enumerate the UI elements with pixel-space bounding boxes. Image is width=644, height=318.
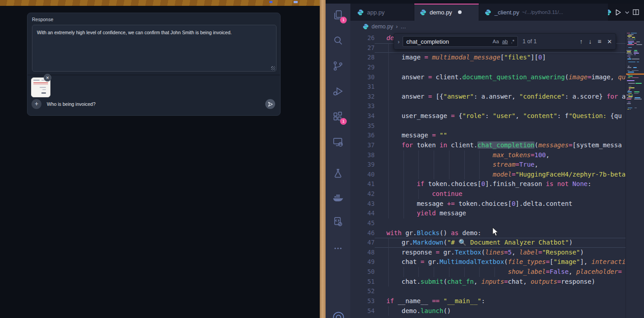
send-button[interactable] xyxy=(265,99,275,109)
code-line[interactable]: 34 user_message = {"role": "user", "cont… xyxy=(350,111,626,121)
chat-input[interactable]: Who is being invoiced? xyxy=(47,101,95,107)
find-previous-button[interactable]: ↑ xyxy=(580,38,583,45)
regex-toggle[interactable]: .* xyxy=(511,39,515,44)
remote-explorer-icon[interactable] xyxy=(332,136,344,148)
find-expand-chevron[interactable]: › xyxy=(398,38,399,45)
run-debug-icon[interactable] xyxy=(332,85,344,97)
tab-demo-py[interactable]: demo.py xyxy=(414,4,479,21)
whole-word-toggle[interactable]: ab xyxy=(502,39,508,44)
line-number: 53 xyxy=(350,296,375,306)
extensions-icon[interactable]: 1 xyxy=(332,110,344,123)
find-input[interactable]: chat_completion Aa ab .* xyxy=(403,36,518,47)
source-control-icon[interactable] xyxy=(332,60,344,72)
account-icon[interactable] xyxy=(332,311,344,318)
left-window-titlebar xyxy=(0,0,320,6)
code-line[interactable]: 44 yield message xyxy=(350,209,626,218)
code-line[interactable]: 49 chat = gr.MultimodalTextbox(file_type… xyxy=(350,257,626,267)
line-number: 46 xyxy=(350,228,375,238)
code-editor[interactable]: 26de2728 image = multimodal_message["fil… xyxy=(350,32,626,318)
mouse-cursor xyxy=(492,227,499,236)
code-line[interactable]: 29 xyxy=(350,63,626,73)
code-line[interactable]: 53if __name__ == "__main__": xyxy=(350,296,626,306)
more-views-icon[interactable] xyxy=(332,242,344,254)
code-line[interactable]: 30 answer = client.document_question_ans… xyxy=(350,73,626,82)
explorer-icon[interactable]: 1 xyxy=(332,9,344,21)
breadcrumb[interactable]: demo.py › … xyxy=(350,21,644,32)
split-editor-icon[interactable] xyxy=(632,9,639,16)
code-line[interactable]: 50 show_label=False, placeholder= xyxy=(350,267,626,277)
line-number: 26 xyxy=(350,33,375,43)
response-textbox[interactable]: With an extremely high level of confiden… xyxy=(32,25,277,72)
code-line[interactable]: 47 gr.Markdown("# 🔍 Document Analyzer Ch… xyxy=(350,238,626,248)
line-number: 50 xyxy=(350,267,375,277)
code-line[interactable]: 43 message += token.choices[0].delta.con… xyxy=(350,199,626,209)
thumb-line xyxy=(33,82,48,83)
line-number: 31 xyxy=(350,82,375,92)
dirty-indicator[interactable] xyxy=(458,10,462,14)
find-query: chat_completion xyxy=(406,38,489,45)
python-icon xyxy=(608,9,612,16)
line-number: 28 xyxy=(350,53,375,63)
line-number: 34 xyxy=(350,111,375,121)
code-line[interactable]: 33 xyxy=(350,101,626,111)
chevron-down-icon[interactable] xyxy=(625,10,630,15)
remove-attachment-button[interactable]: ✕ xyxy=(44,74,51,82)
code-line[interactable]: 51 chat.submit(chat_fn, inputs=chat, out… xyxy=(350,277,626,287)
find-widget: › chat_completion Aa ab .* 1 of 1 ↑ ↓ ≡ … xyxy=(394,33,616,50)
line-number: 42 xyxy=(350,189,375,199)
code-line[interactable]: 39 stream=True, xyxy=(350,160,626,170)
breadcrumb-separator: › xyxy=(396,23,398,30)
code-line[interactable]: 41 if token.choices[0].finish_reason is … xyxy=(350,179,626,189)
code-line[interactable]: 54 demo.launch() xyxy=(350,306,626,316)
tab-app-py[interactable]: app.py xyxy=(352,4,414,21)
code-line[interactable]: 37 for token in client.chat_completion(m… xyxy=(350,141,626,150)
code-line[interactable]: 35 xyxy=(350,121,626,131)
find-in-selection-button[interactable]: ≡ xyxy=(598,38,601,45)
code-line[interactable]: 40 model="HuggingFaceH4/zephyr-7b-beta xyxy=(350,170,626,180)
match-case-toggle[interactable]: Aa xyxy=(493,39,499,44)
desktop: Response With an extremely high level of… xyxy=(0,0,644,318)
tab-label: app.py xyxy=(367,9,385,16)
code-line[interactable]: 36 message = "" xyxy=(350,131,626,141)
code-line[interactable]: 55 xyxy=(350,316,626,318)
minimap-match-marker xyxy=(626,73,644,75)
code-line[interactable]: 52 xyxy=(350,286,626,296)
code-line[interactable]: 28 image = multimodal_message["files"][0… xyxy=(350,53,626,63)
line-number: 47 xyxy=(350,238,375,248)
minimap-content xyxy=(626,32,644,110)
code-line[interactable]: 38 max_tokens=100, xyxy=(350,150,626,160)
code-runner-icon[interactable] xyxy=(332,216,344,228)
find-next-button[interactable]: ↓ xyxy=(589,38,592,45)
line-number: 29 xyxy=(350,63,375,73)
line-number: 33 xyxy=(350,101,375,111)
tab-client-py[interactable]: _client.py ~/.../python3.11/... xyxy=(479,4,608,21)
tab-description: ~/.../python3.11/... xyxy=(522,9,563,15)
docker-icon[interactable] xyxy=(332,191,344,204)
vscode-window: 1 1 xyxy=(326,0,644,318)
code-line[interactable]: 48 response = gr.Textbox(lines=5, label=… xyxy=(350,248,626,258)
code-line[interactable]: 42 continue xyxy=(350,189,626,199)
titlebar-accent-dot xyxy=(269,1,272,3)
line-number: 35 xyxy=(350,121,375,131)
code-line[interactable]: 45 xyxy=(350,218,626,228)
find-close-button[interactable]: ✕ xyxy=(607,38,612,45)
editor-group: app.py demo.py _client.py ~/.../python3.… xyxy=(350,0,644,318)
code-line[interactable]: 31 xyxy=(350,82,626,92)
search-icon[interactable] xyxy=(332,35,344,47)
thumb-line xyxy=(41,92,46,94)
code-line[interactable]: 46with gr.Blocks() as demo: xyxy=(350,228,626,238)
code-line[interactable]: 32 answer = [{"answer": a.answer, "confi… xyxy=(350,92,626,102)
resize-handle[interactable] xyxy=(271,66,275,70)
response-label: Response xyxy=(32,17,53,22)
add-file-button[interactable]: + xyxy=(32,99,41,109)
run-file-icon[interactable] xyxy=(614,9,622,16)
line-number: 44 xyxy=(350,209,375,218)
tab-bar: app.py demo.py _client.py ~/.../python3.… xyxy=(350,4,644,21)
breadcrumb-file[interactable]: demo.py xyxy=(372,23,393,30)
line-number: 48 xyxy=(350,248,375,258)
python-icon xyxy=(485,9,491,16)
thumb-line xyxy=(33,80,40,81)
testing-icon[interactable] xyxy=(332,168,344,180)
breadcrumb-rest[interactable]: … xyxy=(400,23,406,30)
minimap[interactable] xyxy=(626,32,644,318)
